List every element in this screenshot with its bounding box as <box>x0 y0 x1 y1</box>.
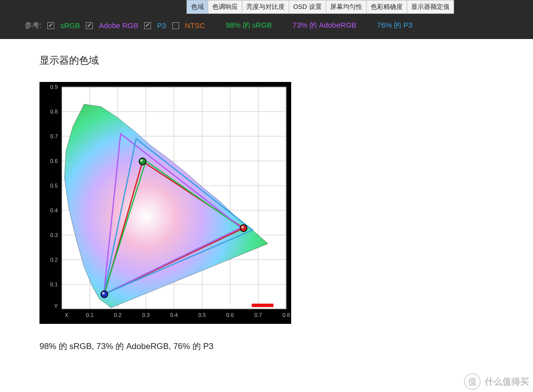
datacolor-brand: datacolor <box>220 302 273 309</box>
svg-text:Y: Y <box>54 303 58 309</box>
ref-label-srgb: sRGB <box>60 21 80 30</box>
tab-6[interactable]: 显示器额定值 <box>407 0 454 14</box>
tab-1[interactable]: 色调响应 <box>208 0 242 14</box>
tab-5[interactable]: 色彩精确度 <box>367 0 407 14</box>
svg-text:0.7: 0.7 <box>254 312 262 318</box>
svg-text:0.2: 0.2 <box>114 312 121 318</box>
section-heading: 显示器的色域 <box>39 54 533 67</box>
svg-point-24 <box>102 292 105 295</box>
svg-text:0.4: 0.4 <box>170 312 178 318</box>
svg-text:0.7: 0.7 <box>50 133 58 139</box>
svg-text:0.5: 0.5 <box>50 183 58 189</box>
reference-label: 参考: <box>25 21 41 30</box>
ref-checkbox-adobergb[interactable] <box>86 22 93 29</box>
svg-text:0.4: 0.4 <box>50 207 58 213</box>
ref-checkbox-srgb[interactable] <box>47 22 54 29</box>
ref-checkbox-ntsc[interactable] <box>172 22 179 29</box>
stat-p3: 76% 的 P3 <box>377 21 413 30</box>
svg-text:0.8: 0.8 <box>282 312 290 318</box>
tab-0[interactable]: 色域 <box>187 0 208 14</box>
svg-text:X: X <box>65 312 69 318</box>
svg-text:0.1: 0.1 <box>86 312 93 318</box>
tab-4[interactable]: 屏幕均匀性 <box>326 0 367 14</box>
svg-point-22 <box>140 159 143 162</box>
svg-text:0.3: 0.3 <box>50 232 58 238</box>
chart-caption: 98% 的 sRGB, 73% 的 AdobeRGB, 76% 的 P3 <box>39 341 533 352</box>
svg-text:0.2: 0.2 <box>50 257 58 263</box>
svg-point-20 <box>241 226 244 229</box>
svg-text:0.1: 0.1 <box>50 281 58 287</box>
watermark-text: 什么值得买 <box>485 376 529 388</box>
ref-checkbox-p3[interactable] <box>144 22 151 29</box>
brand-text: datacolor <box>220 302 249 309</box>
reference-row: 参考: sRGBAdobe RGBP3NTSC 98% 的 sRGB73% 的 … <box>0 14 533 39</box>
tab-3[interactable]: OSD 设置 <box>289 0 326 14</box>
svg-text:0.3: 0.3 <box>142 312 150 318</box>
svg-text:0.6: 0.6 <box>50 158 58 164</box>
watermark-logo-icon: 值 <box>464 373 481 390</box>
content-area: 显示器的色域 0.10.20.30.40.50.60.70.80.10.20.3… <box>0 39 533 352</box>
ref-label-adobergb: Adobe RGB <box>99 21 138 30</box>
brand-bar-icon <box>252 304 273 307</box>
svg-text:0.9: 0.9 <box>50 84 58 90</box>
tab-strip: 色域色调响应亮度与对比度OSD 设置屏幕均匀性色彩精确度显示器额定值 <box>187 0 533 14</box>
stat-srgb: 98% 的 sRGB <box>226 21 271 30</box>
svg-point-23 <box>101 291 108 298</box>
svg-point-21 <box>139 158 146 165</box>
svg-text:0.5: 0.5 <box>198 312 206 318</box>
site-watermark: 值 什么值得买 <box>464 373 529 390</box>
ref-label-p3: P3 <box>157 21 166 30</box>
gamut-chart: 0.10.20.30.40.50.60.70.80.10.20.30.40.50… <box>39 82 291 324</box>
ref-label-ntsc: NTSC <box>185 21 205 30</box>
tab-2[interactable]: 亮度与对比度 <box>242 0 289 14</box>
svg-point-19 <box>240 225 247 232</box>
svg-text:0.8: 0.8 <box>50 109 58 115</box>
svg-text:0.6: 0.6 <box>227 312 234 318</box>
stat-argb: 73% 的 AdobeRGB <box>293 21 356 30</box>
gamut-svg: 0.10.20.30.40.50.60.70.80.10.20.30.40.50… <box>39 82 291 324</box>
top-bar: 色域色调响应亮度与对比度OSD 设置屏幕均匀性色彩精确度显示器额定值 参考: s… <box>0 0 533 39</box>
